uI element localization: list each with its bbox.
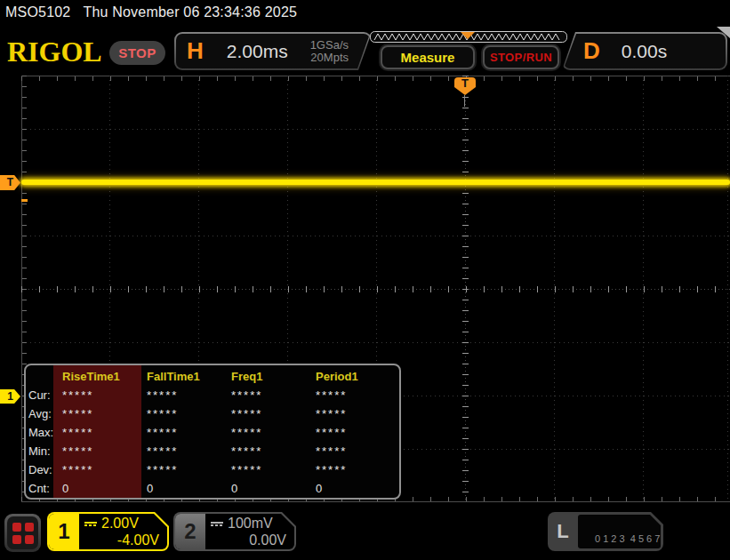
center-axis-horizontal-ticks	[21, 286, 730, 292]
measure-col-header: RiseTime1	[62, 370, 147, 388]
channel1-scale: 2.00V	[101, 516, 139, 532]
trigger-level-marker[interactable]: T	[0, 175, 20, 190]
measure-value: 0	[147, 482, 231, 500]
oscilloscope-screen: MSO5102Thu November 06 23:34:36 2025 RIG…	[0, 0, 730, 560]
channel1-offset-marker[interactable]: 1	[0, 389, 20, 404]
status-bar: MSO5102Thu November 06 23:34:36 2025	[5, 4, 297, 20]
measure-value: *****	[316, 444, 398, 463]
measure-value: *****	[147, 426, 231, 444]
channel2-offset: 0.00V	[211, 532, 286, 548]
channel2-number-badge: 2	[175, 514, 205, 549]
measure-value: *****	[231, 463, 316, 482]
dc-coupling-icon	[84, 521, 97, 527]
rigol-logo: RIGOL	[7, 36, 105, 68]
measurement-table[interactable]: RiseTime1 FallTime1 Freq1 Period1 Cur: *…	[24, 364, 401, 500]
measure-value: *****	[316, 463, 398, 482]
measure-value: *****	[316, 388, 398, 407]
channel2-status-block[interactable]: 2 100mV 0.00V	[173, 512, 296, 551]
datetime-label: Thu November 06 23:34:36 2025	[83, 4, 297, 20]
measure-row-label: Avg:	[28, 407, 62, 426]
dc-coupling-icon	[211, 521, 223, 527]
measure-value: *****	[147, 407, 231, 426]
memory-position-bar[interactable]	[369, 30, 568, 44]
measure-value: 0	[231, 482, 316, 500]
top-edge-ticks	[21, 76, 730, 81]
measure-value: *****	[62, 426, 147, 444]
measure-value: *****	[62, 444, 147, 463]
channel1-status-block[interactable]: 1 2.00V -4.00V	[47, 512, 169, 551]
measure-row-label: Cur:	[28, 388, 62, 407]
measure-col-header: Period1	[316, 370, 398, 388]
measure-value: *****	[62, 388, 147, 407]
channel1-number-badge: 1	[49, 514, 79, 549]
channel2-scale: 100mV	[228, 516, 273, 532]
logic-analyzer-block[interactable]: L 0 1 2 3 4 5 6 7 8 9 1011 12131415	[548, 512, 663, 551]
grid-line	[21, 129, 730, 130]
measure-value: *****	[231, 407, 316, 426]
measure-value: *****	[231, 444, 316, 463]
measure-value: 0	[62, 482, 147, 500]
acquisition-status-badge: STOP	[109, 41, 165, 65]
model-name: MSO5102	[5, 4, 70, 20]
measure-value: 0	[316, 482, 398, 500]
measure-value: *****	[147, 388, 231, 407]
trigger-position-marker[interactable]: T	[454, 77, 476, 95]
logic-analyzer-label: L	[548, 512, 578, 551]
grid-line	[21, 236, 730, 236]
measure-value: *****	[316, 407, 398, 426]
memory-depth: 20Mpts	[310, 51, 349, 64]
measure-value: *****	[316, 426, 398, 444]
measure-value: *****	[147, 444, 231, 463]
measure-row-label: Cnt:	[28, 482, 62, 500]
measure-value: *****	[62, 407, 147, 426]
measure-value: *****	[147, 463, 231, 482]
measure-row-label: Dev:	[28, 463, 62, 482]
channel1-offset: -4.00V	[84, 532, 159, 548]
trigger-position-stem	[464, 95, 465, 107]
timebase-value: 2.00ms	[227, 41, 288, 62]
menu-grid-button[interactable]	[4, 514, 41, 552]
measure-row-label: Max:	[28, 426, 62, 444]
delay-settings-panel[interactable]: D 0.00s	[562, 32, 727, 70]
measure-value: *****	[62, 463, 147, 482]
horizontal-settings-panel[interactable]: H 2.00ms 1GSa/s 20Mpts	[174, 32, 372, 70]
menu-grid-icon	[7, 516, 38, 549]
grid-line	[21, 342, 730, 343]
measure-value: *****	[231, 426, 316, 444]
measure-row-label: Min:	[28, 444, 62, 463]
trigger-level-tick	[21, 199, 28, 202]
stop-run-button[interactable]: STOP/RUN	[483, 45, 559, 69]
measure-button[interactable]: Measure	[381, 45, 475, 69]
digital-channels-row1: 0 1 2 3 4 5 6 7	[595, 533, 660, 544]
horizontal-label: H	[187, 37, 204, 65]
measure-col-header: Freq1	[231, 370, 316, 388]
measure-value: *****	[231, 388, 316, 407]
measure-col-header: FallTime1	[147, 370, 231, 388]
delay-value: 0.00s	[622, 41, 667, 62]
sample-rate: 1GSa/s	[310, 38, 349, 52]
delay-label: D	[583, 37, 600, 65]
channel1-trace[interactable]	[21, 180, 730, 185]
